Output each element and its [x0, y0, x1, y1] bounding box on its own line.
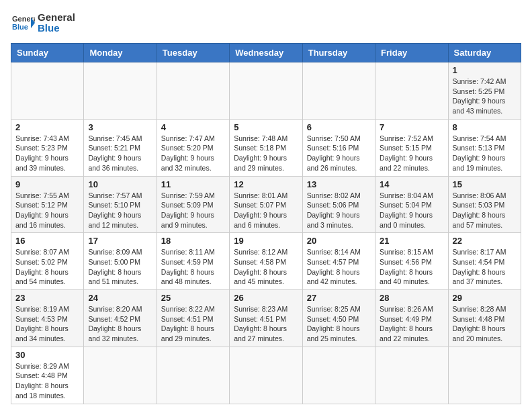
weekday-header-thursday: Thursday: [302, 44, 375, 62]
day-cell: [448, 347, 521, 404]
day-cell: 29Sunrise: 8:28 AM Sunset: 4:48 PM Dayli…: [448, 290, 521, 347]
week-row-6: 30Sunrise: 8:29 AM Sunset: 4:48 PM Dayli…: [11, 347, 521, 404]
day-info: Sunrise: 8:29 AM Sunset: 4:48 PM Dayligh…: [15, 361, 79, 401]
day-cell: 16Sunrise: 8:07 AM Sunset: 5:02 PM Dayli…: [11, 233, 84, 290]
day-number: 24: [88, 293, 152, 303]
day-info: Sunrise: 8:22 AM Sunset: 4:51 PM Dayligh…: [161, 304, 225, 344]
week-row-1: 1Sunrise: 7:42 AM Sunset: 5:25 PM Daylig…: [11, 62, 521, 120]
week-row-2: 2Sunrise: 7:43 AM Sunset: 5:23 PM Daylig…: [11, 119, 521, 176]
weekday-header-monday: Monday: [84, 44, 157, 62]
day-number: 18: [161, 236, 225, 246]
day-info: Sunrise: 8:15 AM Sunset: 4:56 PM Dayligh…: [380, 247, 443, 287]
logo-general: General: [38, 12, 75, 24]
day-cell: 7Sunrise: 7:52 AM Sunset: 5:15 PM Daylig…: [375, 119, 448, 176]
day-info: Sunrise: 8:01 AM Sunset: 5:07 PM Dayligh…: [234, 191, 298, 230]
day-number: 23: [15, 293, 79, 303]
week-row-5: 23Sunrise: 8:19 AM Sunset: 4:53 PM Dayli…: [11, 290, 521, 347]
day-cell: [84, 347, 157, 404]
day-info: Sunrise: 8:23 AM Sunset: 4:51 PM Dayligh…: [234, 304, 298, 344]
day-cell: 27Sunrise: 8:25 AM Sunset: 4:50 PM Dayli…: [302, 290, 375, 347]
day-number: 4: [161, 122, 225, 132]
header: General Blue General Blue: [11, 11, 521, 35]
day-cell: [375, 62, 448, 120]
day-cell: 4Sunrise: 7:47 AM Sunset: 5:20 PM Daylig…: [157, 119, 229, 176]
day-cell: 12Sunrise: 8:01 AM Sunset: 5:07 PM Dayli…: [230, 176, 302, 233]
day-info: Sunrise: 7:45 AM Sunset: 5:21 PM Dayligh…: [88, 134, 152, 173]
day-cell: [302, 62, 375, 120]
day-info: Sunrise: 7:59 AM Sunset: 5:09 PM Dayligh…: [161, 191, 225, 230]
day-number: 16: [15, 236, 79, 246]
day-cell: 2Sunrise: 7:43 AM Sunset: 5:23 PM Daylig…: [11, 119, 84, 176]
day-cell: 14Sunrise: 8:04 AM Sunset: 5:04 PM Dayli…: [375, 176, 448, 233]
day-cell: 20Sunrise: 8:14 AM Sunset: 4:57 PM Dayli…: [302, 233, 375, 290]
weekday-header-tuesday: Tuesday: [157, 44, 229, 62]
svg-text:Blue: Blue: [12, 23, 28, 31]
day-number: 1: [453, 65, 517, 75]
weekday-header-saturday: Saturday: [448, 44, 521, 62]
day-cell: 13Sunrise: 8:02 AM Sunset: 5:06 PM Dayli…: [302, 176, 375, 233]
day-cell: [11, 62, 84, 120]
day-number: 10: [88, 179, 152, 189]
day-number: 30: [15, 350, 79, 360]
day-info: Sunrise: 8:09 AM Sunset: 5:00 PM Dayligh…: [88, 247, 152, 287]
day-number: 7: [380, 122, 443, 132]
day-number: 8: [453, 122, 517, 132]
day-cell: 17Sunrise: 8:09 AM Sunset: 5:00 PM Dayli…: [84, 233, 157, 290]
day-number: 19: [234, 236, 298, 246]
weekday-header-wednesday: Wednesday: [230, 44, 302, 62]
day-cell: 26Sunrise: 8:23 AM Sunset: 4:51 PM Dayli…: [230, 290, 302, 347]
day-cell: [84, 62, 157, 120]
day-info: Sunrise: 8:06 AM Sunset: 5:03 PM Dayligh…: [453, 191, 517, 230]
day-cell: 21Sunrise: 8:15 AM Sunset: 4:56 PM Dayli…: [375, 233, 448, 290]
day-number: 20: [307, 236, 371, 246]
day-number: 9: [15, 179, 79, 189]
day-number: 13: [307, 179, 371, 189]
day-number: 5: [234, 122, 298, 132]
day-info: Sunrise: 8:07 AM Sunset: 5:02 PM Dayligh…: [15, 247, 79, 287]
day-info: Sunrise: 8:28 AM Sunset: 4:48 PM Dayligh…: [453, 304, 517, 344]
day-cell: [157, 62, 229, 120]
weekday-header-friday: Friday: [375, 44, 448, 62]
day-cell: 1Sunrise: 7:42 AM Sunset: 5:25 PM Daylig…: [448, 62, 521, 120]
day-cell: [230, 347, 302, 404]
day-cell: 11Sunrise: 7:59 AM Sunset: 5:09 PM Dayli…: [157, 176, 229, 233]
day-cell: 10Sunrise: 7:57 AM Sunset: 5:10 PM Dayli…: [84, 176, 157, 233]
day-cell: 6Sunrise: 7:50 AM Sunset: 5:16 PM Daylig…: [302, 119, 375, 176]
day-number: 25: [161, 293, 225, 303]
day-info: Sunrise: 7:42 AM Sunset: 5:25 PM Dayligh…: [453, 77, 517, 116]
day-info: Sunrise: 8:20 AM Sunset: 4:52 PM Dayligh…: [88, 304, 152, 344]
day-cell: 24Sunrise: 8:20 AM Sunset: 4:52 PM Dayli…: [84, 290, 157, 347]
week-row-4: 16Sunrise: 8:07 AM Sunset: 5:02 PM Dayli…: [11, 233, 521, 290]
day-cell: 28Sunrise: 8:26 AM Sunset: 4:49 PM Dayli…: [375, 290, 448, 347]
day-number: 11: [161, 179, 225, 189]
logo-icon: General Blue: [11, 11, 35, 35]
day-number: 15: [453, 179, 517, 189]
day-info: Sunrise: 7:43 AM Sunset: 5:23 PM Dayligh…: [15, 134, 79, 173]
day-number: 21: [380, 236, 443, 246]
day-number: 26: [234, 293, 298, 303]
day-number: 28: [380, 293, 443, 303]
day-info: Sunrise: 7:50 AM Sunset: 5:16 PM Dayligh…: [307, 134, 371, 173]
day-info: Sunrise: 7:52 AM Sunset: 5:15 PM Dayligh…: [380, 134, 443, 173]
day-number: 17: [88, 236, 152, 246]
day-cell: 25Sunrise: 8:22 AM Sunset: 4:51 PM Dayli…: [157, 290, 229, 347]
day-cell: 23Sunrise: 8:19 AM Sunset: 4:53 PM Dayli…: [11, 290, 84, 347]
day-cell: 9Sunrise: 7:55 AM Sunset: 5:12 PM Daylig…: [11, 176, 84, 233]
day-info: Sunrise: 7:54 AM Sunset: 5:13 PM Dayligh…: [453, 134, 517, 173]
day-cell: [375, 347, 448, 404]
day-cell: 19Sunrise: 8:12 AM Sunset: 4:58 PM Dayli…: [230, 233, 302, 290]
day-info: Sunrise: 8:14 AM Sunset: 4:57 PM Dayligh…: [307, 247, 371, 287]
day-number: 27: [307, 293, 371, 303]
day-cell: 30Sunrise: 8:29 AM Sunset: 4:48 PM Dayli…: [11, 347, 84, 404]
day-number: 6: [307, 122, 371, 132]
day-number: 14: [380, 179, 443, 189]
day-info: Sunrise: 8:17 AM Sunset: 4:54 PM Dayligh…: [453, 247, 517, 287]
day-number: 22: [453, 236, 517, 246]
week-row-3: 9Sunrise: 7:55 AM Sunset: 5:12 PM Daylig…: [11, 176, 521, 233]
day-number: 3: [88, 122, 152, 132]
day-info: Sunrise: 7:55 AM Sunset: 5:12 PM Dayligh…: [15, 191, 79, 230]
day-cell: 15Sunrise: 8:06 AM Sunset: 5:03 PM Dayli…: [448, 176, 521, 233]
day-cell: 3Sunrise: 7:45 AM Sunset: 5:21 PM Daylig…: [84, 119, 157, 176]
day-cell: 18Sunrise: 8:11 AM Sunset: 4:59 PM Dayli…: [157, 233, 229, 290]
logo-blue: Blue: [38, 23, 75, 34]
